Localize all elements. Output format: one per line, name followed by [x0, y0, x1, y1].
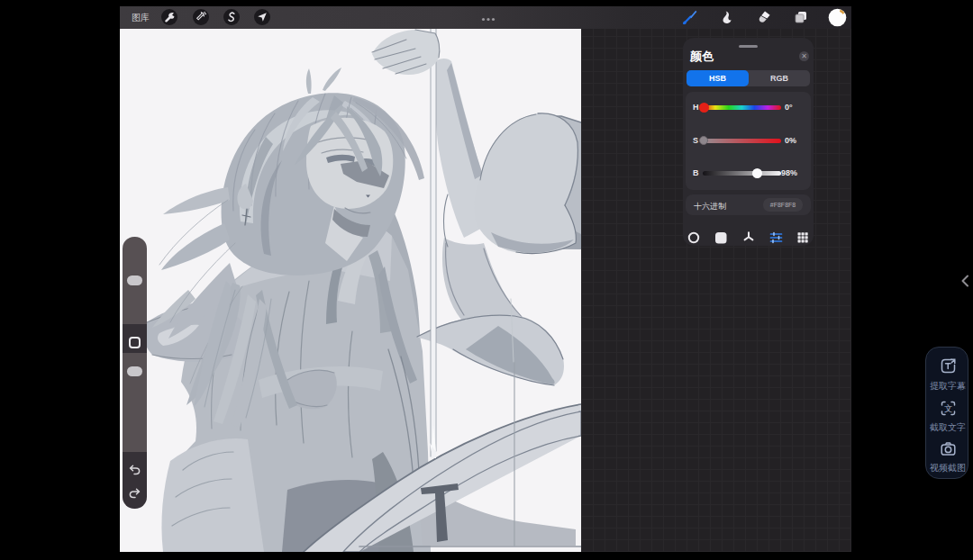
svg-text:文: 文: [944, 403, 953, 413]
